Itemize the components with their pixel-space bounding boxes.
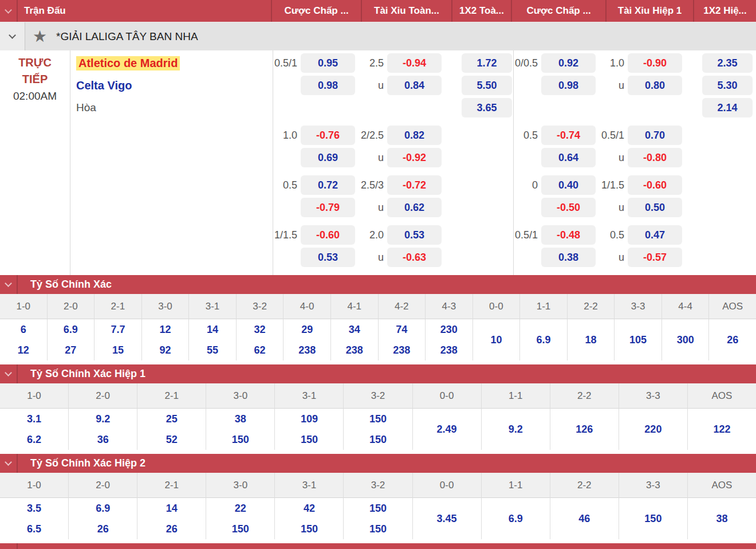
- odds-value[interactable]: 105: [615, 319, 662, 360]
- odds-button[interactable]: -0.76: [301, 126, 355, 145]
- odds-value[interactable]: 220: [619, 409, 687, 450]
- odds-button[interactable]: 0.53: [387, 225, 442, 245]
- odds-button[interactable]: 0.98: [541, 76, 596, 95]
- odds-button[interactable]: 1.72: [462, 53, 512, 73]
- odds-button[interactable]: -0.94: [387, 53, 442, 73]
- odds-value[interactable]: 238: [331, 340, 378, 360]
- odds-value[interactable]: 3.45: [413, 498, 481, 539]
- odds-button[interactable]: 0.82: [387, 126, 442, 145]
- odds-button[interactable]: 2.35: [702, 53, 753, 73]
- odds-value[interactable]: 15: [94, 340, 141, 360]
- odds-value[interactable]: 55: [189, 340, 236, 360]
- odds-button[interactable]: -0.57: [628, 248, 682, 267]
- odds-value[interactable]: 25: [137, 409, 206, 429]
- odds-button[interactable]: 0.69: [301, 148, 355, 167]
- odds-button[interactable]: -0.48: [541, 225, 596, 245]
- odds-value[interactable]: 92: [142, 340, 189, 360]
- odds-value[interactable]: 6: [0, 319, 47, 340]
- odds-value[interactable]: 18: [568, 319, 615, 360]
- odds-value[interactable]: 6.9: [482, 498, 550, 539]
- odds-button[interactable]: 0.47: [628, 225, 682, 245]
- odds-value[interactable]: 12: [142, 319, 189, 340]
- odds-value[interactable]: 52: [137, 429, 206, 450]
- odds-value[interactable]: 6.2: [0, 429, 68, 450]
- odds-value[interactable]: 38: [688, 498, 756, 539]
- odds-value[interactable]: 9.2: [69, 409, 137, 429]
- odds-value[interactable]: 38: [206, 409, 274, 429]
- odds-button[interactable]: -0.79: [301, 198, 355, 217]
- odds-value[interactable]: 150: [344, 519, 412, 539]
- odds-value[interactable]: 26: [69, 519, 137, 539]
- odds-value[interactable]: 22: [206, 498, 274, 519]
- odds-button[interactable]: 2.14: [702, 98, 753, 117]
- odds-value[interactable]: 12: [0, 340, 47, 360]
- odds-value[interactable]: 126: [550, 409, 619, 450]
- odds-value[interactable]: 3.5: [0, 498, 68, 519]
- collapse-section-button[interactable]: [0, 275, 18, 294]
- odds-value[interactable]: 150: [275, 429, 343, 450]
- odds-value[interactable]: 150: [275, 519, 343, 539]
- odds-button[interactable]: 3.65: [462, 98, 512, 117]
- odds-button[interactable]: 0.38: [541, 248, 596, 267]
- odds-value[interactable]: 46: [550, 498, 619, 539]
- odds-value[interactable]: 109: [275, 409, 343, 429]
- odds-button[interactable]: 5.30: [702, 76, 753, 95]
- odds-value[interactable]: 74: [379, 319, 426, 340]
- odds-button[interactable]: 0.64: [541, 148, 596, 167]
- odds-button[interactable]: -0.63: [387, 248, 442, 267]
- odds-value[interactable]: 3.1: [0, 409, 68, 429]
- collapse-section-button[interactable]: [0, 543, 18, 549]
- odds-value[interactable]: 6.9: [520, 319, 567, 360]
- odds-button[interactable]: 0.70: [628, 126, 682, 145]
- odds-value[interactable]: 42: [275, 498, 343, 519]
- favorite-star-icon[interactable]: ★: [33, 22, 47, 50]
- odds-value[interactable]: 122: [688, 409, 756, 450]
- odds-button[interactable]: -0.60: [628, 175, 682, 195]
- odds-button[interactable]: 0.62: [387, 198, 442, 217]
- odds-button[interactable]: 0.80: [628, 76, 682, 95]
- odds-button[interactable]: -0.50: [541, 198, 596, 217]
- odds-value[interactable]: 62: [237, 340, 284, 360]
- odds-value[interactable]: 7.7: [94, 319, 141, 340]
- odds-value[interactable]: 238: [426, 340, 472, 360]
- odds-button[interactable]: -0.92: [387, 148, 442, 167]
- odds-value[interactable]: 9.2: [482, 409, 550, 450]
- odds-value[interactable]: 14: [137, 498, 206, 519]
- odds-value[interactable]: 150: [344, 429, 412, 450]
- collapse-section-button[interactable]: [0, 454, 18, 473]
- odds-value[interactable]: 6.9: [69, 498, 137, 519]
- odds-button[interactable]: 0.72: [301, 175, 355, 195]
- away-team-name[interactable]: Celta Vigo: [76, 79, 132, 92]
- odds-value[interactable]: 150: [619, 498, 687, 539]
- odds-value[interactable]: 150: [344, 409, 412, 429]
- odds-value[interactable]: 238: [379, 340, 426, 360]
- odds-value[interactable]: 238: [284, 340, 330, 360]
- odds-value[interactable]: 300: [662, 319, 709, 360]
- odds-button[interactable]: 0.84: [387, 76, 442, 95]
- odds-value[interactable]: 32: [237, 319, 284, 340]
- odds-button[interactable]: 0.40: [541, 175, 596, 195]
- odds-button[interactable]: -0.90: [628, 53, 682, 73]
- home-team-name[interactable]: Atletico de Madrid: [76, 56, 180, 70]
- odds-value[interactable]: 6.9: [48, 319, 94, 340]
- odds-value[interactable]: 10: [473, 319, 520, 360]
- odds-value[interactable]: 36: [69, 429, 137, 450]
- odds-value[interactable]: 14: [189, 319, 236, 340]
- odds-button[interactable]: -0.60: [301, 225, 355, 245]
- odds-value[interactable]: 34: [331, 319, 378, 340]
- odds-button[interactable]: 0.50: [628, 198, 682, 217]
- odds-value[interactable]: 230: [426, 319, 472, 340]
- odds-button[interactable]: 0.92: [541, 53, 596, 73]
- odds-button[interactable]: 0.53: [301, 248, 355, 267]
- odds-value[interactable]: 150: [206, 519, 274, 539]
- collapse-section-button[interactable]: [0, 364, 18, 383]
- odds-button[interactable]: 0.95: [301, 53, 355, 73]
- collapse-league-button[interactable]: [0, 22, 25, 50]
- odds-value[interactable]: 27: [48, 340, 94, 360]
- odds-value[interactable]: 29: [284, 319, 330, 340]
- odds-button[interactable]: -0.72: [387, 175, 442, 195]
- odds-button[interactable]: -0.74: [541, 126, 596, 145]
- odds-button[interactable]: -0.80: [628, 148, 682, 167]
- odds-button[interactable]: 0.98: [301, 76, 355, 95]
- odds-value[interactable]: 26: [137, 519, 206, 539]
